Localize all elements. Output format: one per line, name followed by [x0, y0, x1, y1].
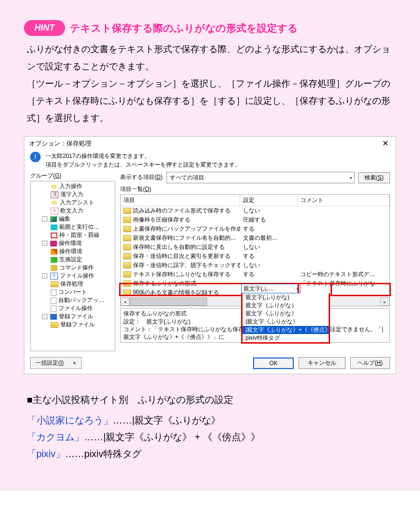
site-line: 「カクヨム」……|親文字《ふりがな》 + 《《傍点》》 [27, 429, 396, 446]
tree-item[interactable]: 入力操作 [31, 182, 115, 190]
table-row[interactable]: 画像枠を圧縮保存する 圧縮する [121, 215, 389, 224]
tree-item[interactable]: -編集 [31, 215, 115, 223]
folder-icon [123, 290, 131, 296]
table-row[interactable]: 保存時に見出しを自動的に設定する しない [121, 243, 389, 252]
doc-icon [51, 297, 56, 304]
folder-icon [123, 271, 131, 278]
body-paragraph: ふりがな付きの文書をテキスト形式で保存する際、どのような形式にするかは、オプショ… [27, 41, 393, 127]
inter-icon [51, 257, 57, 263]
search-button[interactable]: 検索(S) [358, 172, 390, 183]
info-icon: ! [30, 152, 41, 162]
dropdown-option[interactable]: |親文字《ふりがな》+《《傍点》》 [243, 326, 329, 334]
group-label: グループ(G) [30, 172, 115, 180]
tree-item[interactable]: コンバート [31, 288, 115, 296]
table-row[interactable]: テキスト保存時にふりがなも保存する する コピー時のテキスト形式デ… [121, 270, 389, 279]
tree-item[interactable]: -登録ファイル [31, 313, 115, 321]
folder-icon [123, 244, 131, 250]
batch-settings-button[interactable]: 一括設定(I) ▼ [30, 357, 82, 369]
table-row[interactable]: 読み込み時のファイル形式で保存する しない [121, 206, 389, 215]
reg-icon [50, 314, 57, 320]
col-item[interactable]: 項目 [121, 195, 240, 206]
hint-title: テキスト保存する際のふりがなの形式を設定する [70, 22, 298, 35]
item-list[interactable]: 項目 設定 コメント 読み込み時のファイル形式で保存する しない 画像枠を圧縮保… [120, 194, 390, 306]
scroll-left-icon[interactable]: ◂ [121, 298, 130, 306]
table-row[interactable]: 上書保存時にバックアップファイルを作成… する [121, 224, 389, 234]
col-setting[interactable]: 設定 [240, 195, 298, 206]
display-label: 表示する項目(D) [120, 173, 163, 181]
folder-icon [51, 281, 58, 287]
tree-item[interactable]: ファイル操作 [31, 304, 115, 313]
aa-icon: A [51, 208, 58, 214]
folder-icon [123, 226, 131, 232]
pen-icon [50, 216, 57, 222]
folder-icon [123, 280, 131, 287]
folder-icon [123, 235, 131, 241]
scroll-right-icon[interactable]: ▸ [380, 298, 389, 306]
wrench-icon [51, 249, 57, 255]
dropdown-option[interactable]: |親文字《ふりがな》 [243, 318, 329, 326]
table-row[interactable]: 新規文書保存時にファイル名を自動的… 文書の最初… [121, 234, 389, 243]
tree-item[interactable]: 漢漢字入力 [31, 190, 115, 199]
dialog-info: 一太郎2017の操作環境を変更できます。 項目をダブルクリックまたは、スペースキ… [45, 152, 241, 169]
tree-item[interactable]: 互換設定 [31, 256, 115, 264]
display-select[interactable]: すべての項目 ▾ [166, 172, 354, 183]
folder-icon [123, 253, 131, 259]
subheading: ■主な小説投稿サイト別 ふりがなの形式の設定 [27, 393, 396, 406]
tree-item[interactable]: 枠・図形・罫線 [31, 231, 115, 239]
dropdown-option[interactable]: 親文字《ふりがな》 [243, 310, 329, 318]
file-icon: D [50, 273, 58, 279]
folder-icon [123, 208, 131, 214]
group-tree[interactable]: 入力操作漢漢字入力入力アシストA欧文入力-編集範囲と実行位…枠・図形・罫線-操作… [30, 181, 115, 351]
furigana-format-dropdown[interactable]: 親文字(ふりがな)親文字｛ふりがな｝親文字《ふりがな》|親文字《ふりがな》|親文… [241, 293, 330, 344]
scroll-thumb[interactable] [130, 298, 207, 306]
sel-icon [51, 224, 57, 230]
options-dialog: オプション：保存処理 ✕ ! 一太郎2017の操作環境を変更できます。 項目をダ… [24, 136, 396, 374]
col-comment[interactable]: コメント [298, 195, 389, 206]
han-icon: 漢 [51, 191, 58, 198]
joy-icon [50, 241, 57, 246]
tree-item[interactable]: 登録ファイル [31, 321, 115, 329]
folder-icon [123, 217, 131, 223]
tree-item[interactable]: A欧文入力 [31, 207, 115, 215]
cmd-icon [51, 265, 57, 271]
doc-icon [51, 289, 56, 296]
folder-icon [123, 262, 131, 268]
tree-item[interactable]: 保存処理 [31, 280, 115, 288]
dropdown-option[interactable]: 親文字｛ふりがな｝ [243, 302, 329, 310]
ok-button[interactable]: OK [253, 358, 294, 369]
diamond-icon [51, 184, 57, 190]
site-line: 「pixiv」……pixiv特殊タグ [27, 446, 396, 462]
doc-icon [51, 305, 56, 312]
tree-item[interactable]: 入力アシスト [31, 199, 115, 207]
chevron-down-icon: ▾ [297, 286, 299, 291]
dropdown-option[interactable]: pixiv特殊タグ [243, 334, 329, 342]
frame-icon [51, 233, 57, 238]
help-button[interactable]: ヘルプ(H) [350, 357, 390, 369]
dialog-title: オプション：保存処理 [29, 139, 91, 148]
chevron-down-icon: ▼ [72, 361, 77, 366]
folder-icon [51, 322, 58, 328]
close-icon[interactable]: ✕ [378, 139, 392, 148]
site-line: 「小説家になろう」……|親文字《ふりがな》 [27, 412, 396, 429]
chevron-down-icon: ▾ [350, 175, 352, 180]
list-label: 項目一覧(O) [120, 185, 390, 193]
tree-item[interactable]: -操作環境 [31, 239, 115, 247]
furigana-format-select[interactable]: 親文字(ふ… ▾ [241, 284, 300, 293]
table-row[interactable]: 保存・送信時に誤字、脱字をチェックする しない [121, 261, 389, 270]
diamond-icon [51, 200, 57, 206]
cancel-button[interactable]: キャンセル [298, 357, 345, 369]
tree-item[interactable]: -Dファイル操作 [31, 272, 115, 280]
table-row[interactable]: 保存・送信時に目次と索引を更新する する [121, 252, 389, 261]
tree-item[interactable]: コマンド操作 [31, 264, 115, 272]
tree-item[interactable]: 自動バックアッ… [31, 296, 115, 304]
tree-item[interactable]: 操作環境 [31, 247, 115, 256]
tree-item[interactable]: 範囲と実行位… [31, 223, 115, 231]
hint-pill: HINT [24, 20, 65, 36]
dropdown-option[interactable]: 親文字(ふりがな) [243, 293, 329, 302]
